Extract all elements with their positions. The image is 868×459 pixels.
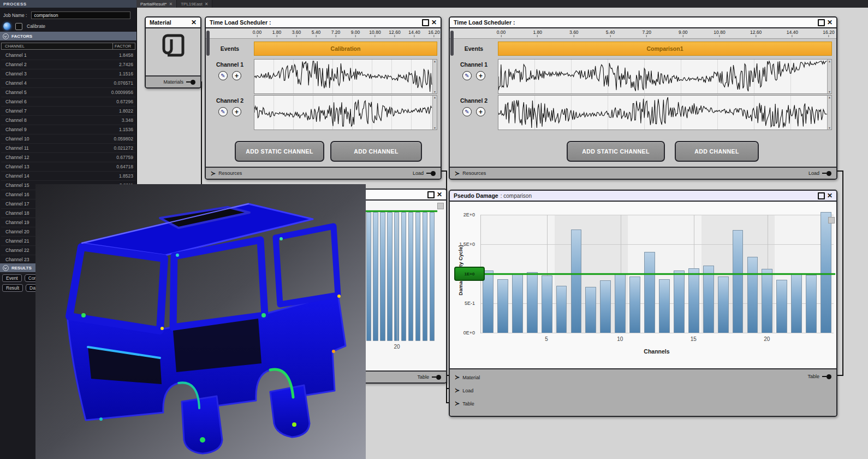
plot-scrollbar[interactable]: ▲ ▼ [827, 96, 831, 130]
damage-bar [659, 279, 670, 333]
run-status-indicator[interactable] [3, 22, 11, 30]
ruler-tick: 16.20 [823, 30, 834, 37]
event-block[interactable]: Comparison1 [498, 42, 832, 56]
add-channel-icon[interactable]: + [232, 107, 241, 116]
maximize-icon[interactable] [422, 19, 429, 26]
material-titlebar[interactable]: Material ✕ [146, 17, 200, 28]
plot-scrollbar[interactable]: ▲ ▼ [432, 96, 437, 130]
factor-row[interactable]: Channel 60.67296 [1, 97, 135, 107]
plot-scroll-thumb[interactable] [437, 203, 444, 209]
table-input-port[interactable]: ≻ Table [455, 400, 474, 407]
resources-input-port[interactable]: ≻ Resources [211, 170, 242, 177]
document-tab-1[interactable]: PartialResult*✕ [136, 0, 177, 8]
factor-row[interactable]: Channel 110.021272 [1, 144, 135, 153]
scroll-down-icon[interactable]: ▼ [433, 90, 436, 93]
channel-column-header: CHANNEL [1, 43, 113, 50]
tab-close-icon[interactable]: ✕ [205, 2, 209, 7]
add-channel-icon[interactable]: + [232, 71, 241, 80]
factor-row[interactable]: Channel 11.8458 [1, 51, 135, 60]
maximize-icon[interactable] [818, 192, 825, 199]
scroll-down-icon[interactable]: ▼ [433, 126, 436, 130]
add-channel-button[interactable]: ADD CHANNEL [675, 141, 759, 162]
factor-row[interactable]: Channel 83.348 [1, 116, 135, 125]
ruler-tick: 5.40 [312, 30, 321, 37]
scroll-up-icon[interactable]: ▲ [828, 60, 831, 63]
edit-channel-icon[interactable]: ✎ [462, 71, 472, 80]
load-output-port[interactable]: Load [808, 170, 831, 176]
time-ruler[interactable]: 0.001.803.605.407.209.0010.8012.6014.401… [450, 28, 836, 39]
plot-scrollbar[interactable]: ▲ ▼ [432, 60, 437, 93]
ruler-tick: 14.40 [408, 30, 420, 37]
factor-row[interactable]: Channel 71.8022 [1, 107, 135, 116]
x-tick-label: 20 [764, 336, 770, 342]
resources-input-port[interactable]: ≻ Resources [455, 170, 486, 177]
scroll-up-icon[interactable]: ▲ [828, 96, 831, 99]
signal-plot[interactable]: ▲ ▼ [254, 95, 437, 130]
factor-row[interactable]: Channel 50.0009956 [1, 88, 135, 97]
material-input-port[interactable]: ≻ Material [455, 374, 480, 381]
damage-bar [791, 273, 802, 333]
maximize-icon[interactable] [818, 19, 825, 26]
pseudo-damage-titlebar[interactable]: Pseudo Damage : comparison ✕ [450, 191, 836, 202]
plot-scrollbar[interactable]: ▲ ▼ [827, 60, 831, 93]
add-channel-icon[interactable]: + [476, 107, 485, 116]
add-channel-icon[interactable]: + [476, 71, 485, 80]
channel-name: Channel 5 [1, 90, 103, 95]
collapse-icon[interactable] [3, 265, 9, 271]
maximize-icon[interactable] [427, 191, 435, 198]
add-static-channel-button[interactable]: ADD STATIC CHANNEL [235, 141, 324, 162]
close-icon[interactable]: ✕ [191, 19, 197, 26]
factor-row[interactable]: Channel 130.64718 [1, 162, 135, 172]
edit-channel-icon[interactable]: ✎ [218, 107, 228, 116]
damage-bar [408, 212, 413, 341]
threshold-line[interactable] [466, 273, 835, 275]
add-static-channel-button[interactable]: ADD STATIC CHANNEL [567, 141, 665, 162]
process-panel-title: PROCESS [0, 0, 136, 8]
event-block[interactable]: Calibration [254, 42, 437, 56]
factor-row[interactable]: Channel 40.076571 [1, 79, 135, 88]
table-output-port[interactable]: Table [417, 374, 441, 380]
load-output-port[interactable]: Load [413, 170, 436, 176]
signal-plot[interactable]: ▲ ▼ [254, 59, 437, 94]
material-footer: Materials [146, 75, 200, 87]
close-icon[interactable]: ✕ [827, 19, 833, 26]
scroll-up-icon[interactable]: ▲ [433, 96, 436, 99]
factor-row[interactable]: Channel 141.8523 [1, 172, 135, 181]
signal-plot[interactable]: ▲ ▼ [498, 95, 832, 130]
channel-name: Channel 14 [1, 173, 103, 179]
scheduler1-titlebar[interactable]: Time Load Scheduler : ✕ [206, 17, 441, 28]
scheduler2-titlebar[interactable]: Time Load Scheduler : ✕ [450, 17, 836, 28]
close-icon[interactable]: ✕ [827, 192, 833, 199]
factors-section-header[interactable]: FACTORS [0, 32, 136, 40]
close-icon[interactable]: ✕ [431, 19, 437, 26]
signal-plot[interactable]: ▲ ▼ [498, 59, 832, 94]
close-icon[interactable]: ✕ [437, 191, 442, 198]
collapse-icon[interactable] [3, 33, 9, 39]
tab-close-icon[interactable]: ✕ [169, 2, 173, 7]
scroll-up-icon[interactable]: ▲ [433, 60, 436, 63]
calibrate-checkbox[interactable] [15, 23, 22, 30]
factor-row[interactable]: Channel 31.1516 [1, 69, 135, 79]
document-tab-2[interactable]: TPL19East✕ [177, 0, 212, 8]
materials-output-port[interactable]: Materials [163, 79, 195, 85]
add-channel-button[interactable]: ADD CHANNEL [330, 141, 422, 162]
ruler-tick: 0.00 [253, 30, 262, 37]
connector-wire [842, 170, 843, 376]
scroll-down-icon[interactable]: ▼ [828, 126, 831, 130]
edit-channel-icon[interactable]: ✎ [462, 107, 472, 116]
damage-bar-chart: Damage(Duty Cycle) 0E+05E-11E+01.5E+02E+… [450, 202, 836, 368]
threshold-handle[interactable]: 1E+0 [454, 267, 485, 281]
channel-row: Channel 1 ✎ + ▲ ▼ [206, 59, 441, 94]
factor-row[interactable]: Channel 91.1536 [1, 125, 135, 134]
plot-scroll-thumb[interactable] [828, 217, 835, 223]
factor-row[interactable]: Channel 120.67759 [1, 153, 135, 162]
edit-channel-icon[interactable]: ✎ [218, 71, 228, 80]
job-name-input[interactable]: comparison [31, 11, 130, 19]
factor-row[interactable]: Channel 22.7426 [1, 60, 135, 69]
factor-row[interactable]: Channel 100.059802 [1, 134, 135, 144]
time-ruler[interactable]: 0.001.803.605.407.209.0010.8012.6014.401… [206, 28, 441, 39]
table-output-port[interactable]: Table [807, 374, 831, 379]
load-input-port[interactable]: ≻ Load [455, 387, 473, 394]
port-dot-icon [827, 374, 831, 379]
scroll-down-icon[interactable]: ▼ [828, 90, 831, 93]
